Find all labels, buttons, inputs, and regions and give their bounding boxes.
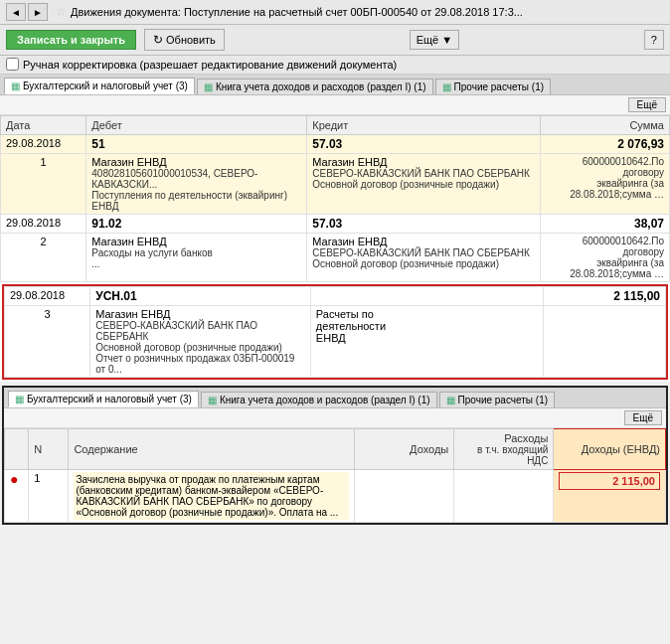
more-button[interactable]: Ещё ▼ (410, 30, 459, 50)
bottom-table-row[interactable]: ● 1 Зачислена выручка от продаж по плате… (5, 470, 666, 523)
manual-correction-label: Ручная корректировка (разрешает редактир… (23, 59, 397, 71)
table-subrow[interactable]: 2 Магазин ЕНВД Расходы на услуги банков … (1, 234, 670, 282)
num-cell: 1 (29, 470, 69, 523)
help-button[interactable]: ? (644, 30, 664, 50)
table-header-row: Дата Дебет Кредит Сумма (1, 116, 670, 135)
subrow-credit: Магазин ЕНВД СЕВЕРО-КАВКАЗСКИЙ БАНК ПАО … (307, 234, 540, 282)
nav-forward-button[interactable]: ► (28, 3, 48, 21)
debit-cell: 91.02 (86, 215, 307, 234)
bottom-header-row: N Содержание Доходы Расходы в т.ч. входя… (5, 429, 666, 470)
table-subrow[interactable]: 1 Магазин ЕНВД 408028105601000010534, СЕ… (1, 154, 670, 215)
table-row[interactable]: 29.08.2018 91.02 57.03 38,07 (1, 215, 670, 234)
bottom-tab-accounting-icon: ▦ (15, 394, 24, 404)
subrow-debit: Магазин ЕНВД СЕВЕРО-КАВКАЗСКИЙ БАНК ПАО … (90, 306, 311, 378)
bottom-tab-accounting-label: Бухгалтерский и налоговый учет (3) (27, 394, 192, 404)
subrow-credit: Расчеты по деятельности ЕНВД (310, 306, 543, 378)
bottom-tab-other[interactable]: ▦ Прочие расчеты (1) (439, 392, 555, 407)
tabs-bar: ▦ Бухгалтерский и налоговый учет (3) ▦ К… (0, 75, 670, 95)
tab-other-label: Прочие расчеты (1) (454, 81, 544, 92)
col-credit: Кредит (307, 116, 540, 135)
bottom-more-row: Ещё (4, 408, 666, 428)
col-expenses: Расходы в т.ч. входящий НДС (454, 429, 554, 470)
table-more-button[interactable]: Ещё (628, 97, 666, 112)
bottom-tab-accounting[interactable]: ▦ Бухгалтерский и налоговый учет (3) (8, 391, 199, 407)
window-title: Движения документа: Поступление на расче… (71, 6, 664, 18)
credit-cell: 57.03 (307, 215, 540, 234)
bottom-tab-book-icon: ▦ (208, 395, 217, 405)
date-cell: 29.08.2018 (1, 135, 86, 154)
income-value (355, 470, 454, 523)
tab-book-label: Книга учета доходов и расходов (раздел I… (216, 81, 426, 92)
subrow-debit: Магазин ЕНВД 408028105601000010534, СЕВЕ… (86, 154, 307, 215)
col-dot (5, 429, 29, 470)
title-bar: ◄ ► ☆ Движения документа: Поступление на… (0, 0, 670, 25)
red-section-table: 29.08.2018 УСН.01 2 115,00 3 Магазин ЕНВ… (4, 286, 666, 378)
table-more-row: Ещё (0, 95, 670, 115)
subrow-num: 3 (5, 306, 90, 378)
tab-other[interactable]: ▦ Прочие расчеты (1) (435, 79, 551, 94)
table-row[interactable]: 29.08.2018 51 57.03 2 076,93 (1, 135, 670, 154)
col-amount: Сумма (540, 116, 670, 135)
movements-table: Дата Дебет Кредит Сумма 29.08.2018 51 57… (0, 115, 670, 282)
debit-cell: 51 (86, 135, 307, 154)
refresh-icon: ↻ (153, 33, 163, 47)
date-cell: 29.08.2018 (1, 215, 86, 234)
red-border-section: 29.08.2018 УСН.01 2 115,00 3 Магазин ЕНВ… (2, 284, 668, 380)
toolbar: Записать и закрыть ↻ Обновить Ещё ▼ ? (0, 25, 670, 56)
nav-buttons: ◄ ► (6, 3, 48, 21)
dot-cell: ● (5, 470, 29, 523)
content-text: Зачислена выручка от продаж по платежным… (74, 472, 349, 520)
tab-book[interactable]: ▦ Книга учета доходов и расходов (раздел… (197, 79, 433, 94)
table-subrow[interactable]: 3 Магазин ЕНВД СЕВЕРО-КАВКАЗСКИЙ БАНК ПА… (5, 306, 666, 378)
subrow-credit: Магазин ЕНВД СЕВЕРО-КАВКАЗСКИЙ БАНК ПАО … (307, 154, 540, 215)
tab-accounting[interactable]: ▦ Бухгалтерский и налоговый учет (3) (4, 78, 195, 94)
table-row[interactable]: 29.08.2018 УСН.01 2 115,00 (5, 287, 666, 306)
tab-accounting-icon: ▦ (11, 80, 20, 91)
favorite-icon[interactable]: ☆ (56, 5, 67, 19)
main-table-area: Ещё Дата Дебет Кредит Сумма 29.08.2018 5… (0, 95, 670, 382)
bottom-section: ▦ Бухгалтерский и налоговый учет (3) ▦ К… (2, 386, 668, 525)
subrow-amount: 600000010642.По договору эквайринга (за … (540, 234, 670, 282)
bottom-tab-book[interactable]: ▦ Книга учета доходов и расходов (раздел… (201, 392, 437, 407)
refresh-button[interactable]: ↻ Обновить (144, 29, 225, 51)
date-cell: 29.08.2018 (5, 287, 90, 306)
subrow-num: 1 (1, 154, 86, 215)
bottom-tab-other-label: Прочие расчеты (1) (458, 395, 548, 405)
amount-cell: 2 076,93 (540, 135, 670, 154)
subrow-num: 2 (1, 234, 86, 282)
amount-cell: 2 115,00 (543, 287, 665, 306)
bottom-more-button[interactable]: Ещё (624, 410, 662, 425)
debit-cell: УСН.01 (90, 287, 311, 306)
manual-correction-row: Ручная корректировка (разрешает редактир… (0, 56, 670, 75)
subrow-debit: Магазин ЕНВД Расходы на услуги банков ..… (86, 234, 307, 282)
credit-cell (310, 287, 543, 306)
tab-book-icon: ▦ (204, 81, 213, 92)
tab-accounting-label: Бухгалтерский и налоговый учет (3) (23, 80, 188, 91)
expenses-value (454, 470, 554, 523)
content-cell: Зачислена выручка от продаж по платежным… (69, 470, 355, 523)
col-n: N (29, 429, 69, 470)
subrow-amount (543, 306, 665, 378)
save-close-button[interactable]: Записать и закрыть (6, 30, 136, 50)
bottom-tab-book-label: Книга учета доходов и расходов (раздел I… (220, 395, 430, 405)
red-dot-icon: ● (10, 471, 18, 487)
subrow-amount: 600000010642.По договору эквайринга (за … (540, 154, 670, 215)
bottom-tab-other-icon: ▦ (446, 395, 455, 405)
bottom-tabs-bar: ▦ Бухгалтерский и налоговый учет (3) ▦ К… (4, 388, 666, 408)
income-envd-value: 2 115,00 (554, 470, 666, 523)
col-income: Доходы (355, 429, 454, 470)
tab-other-icon: ▦ (442, 81, 451, 92)
amount-cell: 38,07 (540, 215, 670, 234)
income-envd-amount: 2 115,00 (559, 472, 660, 490)
bottom-table: N Содержание Доходы Расходы в т.ч. входя… (4, 428, 666, 523)
col-date: Дата (1, 116, 86, 135)
col-debit: Дебет (86, 116, 307, 135)
col-income-envd: Доходы (ЕНВД) (554, 429, 666, 470)
credit-cell: 57.03 (307, 135, 540, 154)
nav-back-button[interactable]: ◄ (6, 3, 26, 21)
manual-correction-checkbox[interactable] (6, 58, 19, 71)
col-content: Содержание (69, 429, 355, 470)
